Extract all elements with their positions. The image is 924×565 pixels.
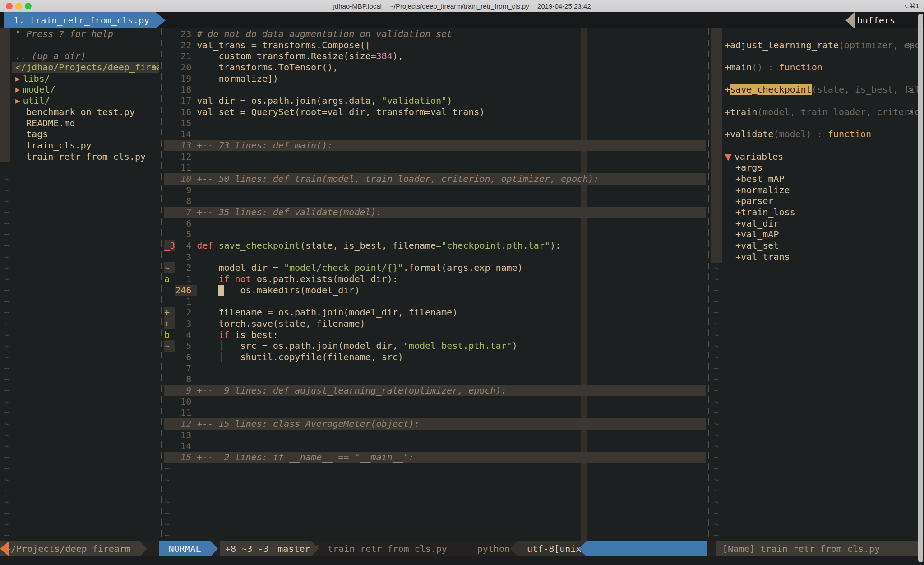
tag-entry-line[interactable]: +val_set [711,240,919,251]
code-line[interactable]: 11 [164,162,706,173]
tag-entry-line[interactable] [711,95,919,107]
code-line[interactable]: a1 if not os.path.exists(model_dir): [164,273,706,285]
statusline: ~/Projects/deep_firearm NORMAL +8 ~3 -3 … [0,541,924,556]
code-line[interactable]: 13 [164,430,706,441]
tag-entry-line[interactable]: ▼ variables [711,151,919,162]
tag-entry-line[interactable]: +val_dir [711,218,919,229]
git-segment: +8 ~3 -3 master ⚡ [220,541,311,556]
code-line[interactable]: 5 [164,229,706,240]
code-line[interactable]: 7 +-- 35 lines: def validate(model): [164,207,706,218]
tree-item-line[interactable]: benchmark_on_test.py [0,107,159,118]
code-line[interactable]: 20 transforms.ToTensor(), [164,62,706,73]
empty-line: ~ [711,385,919,396]
git-branch-name: master [277,541,310,556]
code-line[interactable]: +3 torch.save(state, filename) [164,318,706,329]
tag-entry-line[interactable]: +save_checkpoint(state, is_best, fil> [711,84,919,95]
tree-item-line[interactable]: ▸ libs/ [0,73,159,84]
tree-item-line[interactable]: ▸ util/ [0,95,159,107]
tag-entry-line[interactable]: +train_loss [711,207,919,218]
tag-entry-line[interactable]: +best_mAP [711,173,919,185]
tag-entry-line[interactable] [711,118,919,129]
code-line[interactable]: 1 [164,296,706,307]
empty-line: ~ [0,285,159,296]
empty-line: ~ [0,474,159,486]
empty-line: ~ [711,485,919,496]
tab-current-buffer[interactable]: 1. train_retr_from_cls.py [4,12,156,28]
code-line[interactable]: 17 val_dir = os.path.join(args.data, "va… [164,95,706,107]
code-line[interactable]: 14 [164,129,706,140]
code-line[interactable]: ~2 model_dir = "model/check_point/{}".fo… [164,262,706,273]
scrollbar[interactable] [918,14,923,562]
code-line[interactable]: 8 [164,195,706,207]
code-line[interactable]: 13 +-- 73 lines: def main(): [164,140,706,151]
code-line[interactable]: 11 [164,407,706,418]
tree-item-line[interactable] [0,40,159,51]
code-line[interactable]: 9 +-- 9 lines: def adjust_learning_rate(… [164,385,706,396]
tag-entry-line[interactable]: +args [711,162,919,173]
code-line[interactable]: b4 if is_best: [164,329,706,341]
code-line[interactable]: _34 def save_checkpoint(state, is_best, … [164,240,706,251]
window-separator-right[interactable] [706,28,711,541]
tag-entry-line[interactable] [711,73,919,84]
powerline-arrow-icon [140,541,147,556]
tree-item-line[interactable]: " Press ? for help [0,28,159,40]
tree-item-line[interactable]: .. (up a dir) [0,51,159,62]
window-separator-left[interactable] [159,28,164,541]
empty-line: ~ [164,496,706,508]
tree-item-line[interactable]: tags [0,129,159,140]
tree-item-line[interactable]: train_retr_from_cls.py [0,151,159,162]
tag-entry-line[interactable] [711,140,919,151]
tag-entry-line[interactable] [711,51,919,62]
tag-entry-line[interactable]: +main() : function [711,62,919,73]
tree-item-line[interactable]: ▸ model/ [0,84,159,95]
empty-line: ~ [711,352,919,363]
code-line[interactable]: 3 [164,251,706,263]
code-line[interactable]: 10 +-- 50 lines: def train(model, train_… [164,173,706,185]
empty-line: ~ [0,463,159,474]
tag-entry-line[interactable]: +val_mAP [711,229,919,240]
code-line[interactable]: 8 [164,374,706,385]
code-line[interactable]: +2 filename = os.path.join(model_dir, fi… [164,307,706,318]
code-line[interactable]: ~5 │ src = os.path.join(model_dir, "mode… [164,340,706,352]
titlebar: jdhao-MBP.local ~/Projects/deep_firearm/… [0,0,924,13]
tree-item-line[interactable]: README.md [0,118,159,129]
tag-entry-line[interactable]: +val_trans [711,251,919,263]
empty-line: ~ [0,207,159,218]
code-line[interactable]: 16 val_set = QuerySet(root=val_dir, tran… [164,107,706,118]
code-line[interactable]: 7 [164,363,706,374]
code-line[interactable]: 15 [164,118,706,129]
empty-line: ~ [711,285,919,296]
tag-entry-line[interactable]: +adjust_learning_rate(optimizer, epo> [711,40,919,51]
buffers-indicator[interactable]: buffers [855,12,898,28]
tree-item-line[interactable] [0,162,159,173]
tree-item-line[interactable]: </jdhao/Projects/deep_firear> [12,62,159,73]
tagbar-statusline: [Name] train_retr_from_cls.py [716,541,919,556]
empty-line: ~ [0,485,159,496]
code-line[interactable]: 246 os.makedirs(model_dir) [164,285,706,296]
code-line[interactable]: 23 # do not do data augmentation on vali… [164,28,706,40]
code-line[interactable]: 22 val_trans = transforms.Compose([ [164,40,706,51]
tag-entry-line[interactable] [711,28,919,40]
tag-entry-line[interactable]: +parser [711,195,919,207]
code-line[interactable]: 14 [164,440,706,452]
tagbar-panel: +adjust_learning_rate(optimizer, epo>+ma… [711,28,919,541]
code-line[interactable]: 12 [164,151,706,162]
code-line[interactable]: 10 [164,396,706,408]
code-line[interactable]: 9 [164,185,706,196]
tree-item-line[interactable]: train_cls.py [0,140,159,151]
code-line[interactable]: 21 custom_transform.Resize(size=384), [164,51,706,62]
tag-entry-line[interactable]: +train(model, train_loader, criterio> [711,107,919,118]
code-line[interactable]: 18 [164,84,706,95]
empty-line: ~ [711,496,919,508]
tag-entry-line[interactable]: +normalize [711,185,919,196]
powerline-arrow-orange-icon [0,541,9,556]
code-line[interactable]: 6 [164,218,706,229]
empty-line: ~ [0,363,159,374]
code-line[interactable]: 12 +-- 15 lines: class AverageMeter(obje… [164,418,706,430]
code-line[interactable]: 6 │ shutil.copyfile(filename, src) [164,352,706,363]
cursor-block [218,285,224,296]
empty-line: ~ [0,508,159,519]
code-line[interactable]: 19 normalize]) [164,73,706,84]
tag-entry-line[interactable]: +validate(model) : function [711,129,919,140]
code-line[interactable]: 15 +-- 2 lines: if __name__ == "__main__… [164,452,706,463]
